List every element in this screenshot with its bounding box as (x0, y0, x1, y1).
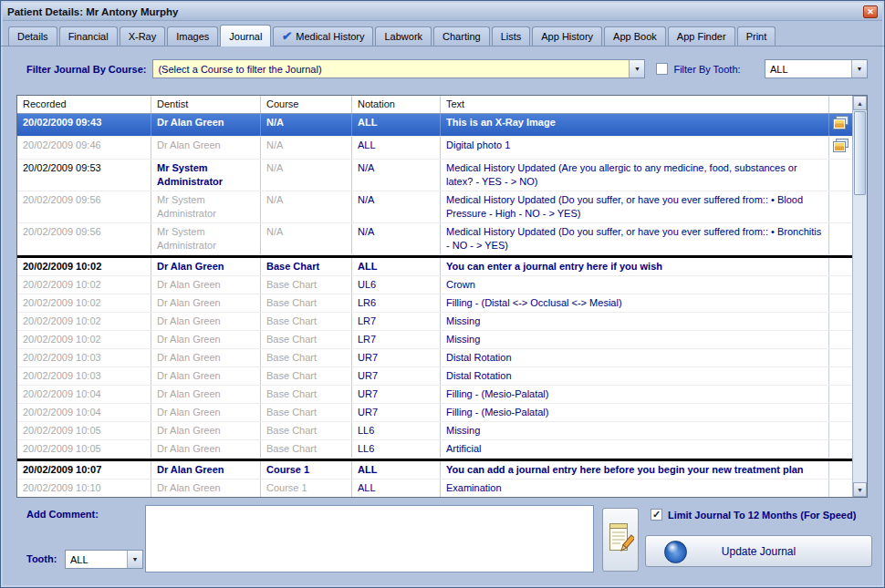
cell-notation: LR7 (352, 313, 441, 330)
course-filter-combo[interactable]: (Select a Course to filter the Journal) … (152, 59, 645, 78)
tab-lists[interactable]: Lists (492, 26, 531, 46)
journal-row[interactable]: 20/02/2009 10:05Dr Alan GreenBase ChartL… (17, 422, 852, 440)
cell-text: Distal Rotation (441, 367, 829, 385)
cell-text: Filling - (Mesio-Palatal) (441, 404, 829, 421)
tab-details[interactable]: Details (8, 26, 57, 46)
journal-row[interactable]: 20/02/2009 09:43Dr Alan GreenN/AALLThis … (17, 114, 852, 137)
tab-images[interactable]: Images (167, 26, 218, 46)
cell-text: Digital photo 1 (441, 137, 829, 159)
column-header-notation[interactable]: Notation (352, 96, 441, 113)
journal-row[interactable]: 20/02/2009 09:46Dr Alan GreenN/AALLDigit… (17, 137, 852, 160)
course-filter-value: (Select a Course to filter the Journal) (153, 64, 326, 75)
journal-row[interactable]: 20/02/2009 10:10Dr Alan GreenCourse 1ALL… (17, 480, 852, 497)
tab-journal[interactable]: Journal (220, 25, 271, 46)
photo-icon[interactable] (833, 116, 849, 134)
cell-notation: N/A (352, 160, 441, 191)
photo-icon[interactable] (833, 139, 849, 157)
column-header-course[interactable]: Course (261, 96, 352, 113)
tab-medical-history[interactable]: ✔Medical History (273, 26, 373, 46)
vertical-scrollbar[interactable]: ▲ ▼ (852, 96, 867, 497)
cell-course: Base Chart (261, 294, 352, 312)
add-note-button[interactable] (602, 508, 639, 572)
tab-financial[interactable]: Financial (59, 26, 118, 46)
cell-recorded: 20/02/2009 10:02 (17, 313, 151, 330)
journal-row[interactable]: 20/02/2009 10:03Dr Alan GreenBase ChartU… (17, 349, 852, 367)
tab-app-history[interactable]: App History (532, 26, 602, 46)
column-header-dentist[interactable]: Dentist (151, 96, 261, 113)
cell-course: N/A (261, 223, 352, 254)
cell-attachment (829, 114, 852, 136)
cell-attachment (829, 461, 852, 479)
cell-recorded: 20/02/2009 09:53 (17, 160, 151, 191)
cell-course: N/A (261, 137, 352, 159)
update-journal-button[interactable]: Update Journal (645, 535, 872, 567)
journal-row[interactable]: 20/02/2009 10:02Dr Alan GreenBase ChartL… (17, 313, 852, 331)
tab-x-ray[interactable]: X-Ray (120, 26, 166, 46)
comment-tooth-combo[interactable]: ALL ▼ (65, 550, 143, 569)
journal-row[interactable]: 20/02/2009 10:02Dr Alan GreenBase ChartL… (17, 331, 852, 349)
sphere-icon (664, 541, 687, 563)
cell-dentist: Dr Alan Green (151, 276, 261, 294)
cell-course: N/A (261, 114, 352, 136)
cell-attachment (829, 331, 852, 348)
tab-label: Images (176, 31, 209, 42)
tab-label: App Finder (677, 31, 726, 42)
scroll-down-icon[interactable]: ▼ (853, 482, 867, 497)
journal-row[interactable]: 20/02/2009 10:04Dr Alan GreenBase ChartU… (17, 386, 852, 404)
tab-app-finder[interactable]: App Finder (668, 26, 735, 46)
tab-app-book[interactable]: App Book (604, 26, 666, 46)
cell-course: N/A (261, 191, 352, 222)
column-header-recorded[interactable]: Recorded (17, 96, 151, 113)
cell-text: Filling - (Distal <-> Occlusal <-> Mesia… (441, 294, 829, 312)
cell-dentist: Dr Alan Green (151, 331, 261, 348)
comment-input[interactable] (145, 505, 594, 573)
cell-text: Distal Rotation (441, 349, 829, 366)
tab-charting[interactable]: Charting (433, 26, 490, 46)
journal-row[interactable]: 20/02/2009 10:02Dr Alan GreenBase ChartA… (17, 255, 852, 276)
tooth-filter-dropdown-icon[interactable]: ▼ (851, 60, 867, 77)
scroll-up-icon[interactable]: ▲ (853, 96, 867, 110)
comment-tooth-dropdown-icon[interactable]: ▼ (127, 551, 142, 568)
cell-text: Filling - (Mesio-Palatal) (441, 386, 829, 403)
cell-text: You can enter a journal entry here if yo… (441, 258, 829, 275)
close-button[interactable]: ✕ (863, 5, 878, 18)
cell-recorded: 20/02/2009 10:02 (17, 276, 151, 294)
cell-attachment (829, 386, 852, 403)
cell-notation: ALL (352, 258, 441, 275)
tab-label: Medical History (296, 31, 364, 42)
cell-attachment (829, 349, 852, 366)
journal-row[interactable]: 20/02/2009 10:02Dr Alan GreenBase ChartL… (17, 294, 852, 313)
journal-row[interactable]: 20/02/2009 10:05Dr Alan GreenBase ChartL… (17, 440, 852, 459)
journal-row[interactable]: 20/02/2009 09:56Mr System AdministratorN… (17, 191, 852, 223)
filter-by-tooth-checkbox[interactable] (656, 63, 668, 75)
tab-labwork[interactable]: Labwork (375, 26, 432, 46)
journal-row[interactable]: 20/02/2009 09:56Mr System AdministratorN… (17, 223, 852, 255)
cell-recorded: 20/02/2009 10:04 (17, 404, 151, 421)
column-header-text[interactable]: Text (441, 96, 829, 113)
cell-notation: UR7 (352, 386, 441, 403)
column-header-spacer (829, 96, 852, 113)
cell-recorded: 20/02/2009 10:07 (17, 461, 151, 479)
cell-notation: UR7 (352, 367, 441, 385)
cell-notation: ALL (352, 114, 441, 136)
tab-label: Financial (68, 31, 109, 42)
cell-notation: N/A (352, 223, 441, 254)
tab-print[interactable]: Print (737, 26, 776, 46)
journal-row[interactable]: 20/02/2009 10:07Dr Alan GreenCourse 1ALL… (17, 459, 852, 480)
course-filter-dropdown-icon[interactable]: ▼ (629, 60, 644, 77)
journal-row[interactable]: 20/02/2009 10:02Dr Alan GreenBase ChartU… (17, 276, 852, 294)
limit-journal-checkbox[interactable]: ✓ (651, 509, 662, 521)
journal-row[interactable]: 20/02/2009 10:04Dr Alan GreenBase ChartU… (17, 404, 852, 422)
cell-text: Medical History Updated (Are you allergi… (441, 160, 829, 191)
cell-attachment (829, 313, 852, 330)
cell-course: Base Chart (261, 331, 352, 348)
cell-attachment (829, 223, 852, 254)
cell-dentist: Dr Alan Green (151, 367, 261, 385)
window-title: Patient Details: Mr Antony Murphy (7, 6, 178, 17)
cell-recorded: 20/02/2009 09:43 (17, 114, 151, 136)
scrollbar-thumb[interactable] (854, 111, 866, 195)
tooth-filter-combo[interactable]: ALL ▼ (765, 59, 868, 78)
journal-row[interactable]: 20/02/2009 09:53Mr System AdministratorN… (17, 160, 852, 191)
cell-dentist: Dr Alan Green (151, 294, 261, 312)
journal-row[interactable]: 20/02/2009 10:03Dr Alan GreenBase ChartU… (17, 367, 852, 386)
